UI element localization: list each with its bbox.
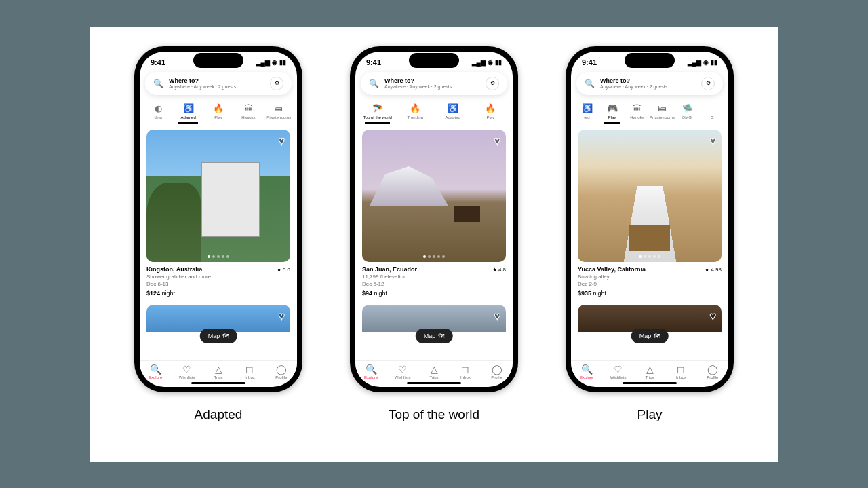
pagination-dot [442, 255, 445, 258]
listing-price: $935 night [578, 290, 722, 297]
tab-profile[interactable]: ◯Profile [266, 364, 297, 379]
category-tab[interactable]: 🛸OMG! [675, 100, 699, 124]
category-tab[interactable]: 🎮Play [600, 100, 624, 124]
search-subtitle: Anywhere · Any week · 2 guests [600, 84, 696, 89]
wishlist-heart-icon[interactable]: ♥ [710, 310, 717, 322]
tab-profile[interactable]: ◯Profile [481, 364, 513, 379]
category-tab[interactable]: 🪂Top of the world [359, 100, 396, 124]
category-tab[interactable]: 🔥Play [204, 100, 233, 124]
profile-icon: ◯ [707, 364, 718, 375]
tab-trips[interactable]: △Trips [634, 364, 665, 379]
image-pagination [423, 255, 445, 258]
listing-title: Yucca Valley, California [578, 266, 646, 273]
listing-card[interactable]: ♥San Juan, Ecuador★ 4.811,798 ft elevati… [362, 130, 506, 301]
category-tab[interactable]: 🛏Private rooms [264, 100, 293, 124]
phone-screen: 9:41▂▄▆ ◉ ▮▮🔍Where to?Anywhere · Any wee… [355, 52, 513, 387]
tab-trips[interactable]: △Trips [203, 364, 234, 379]
tab-wishlists[interactable]: ♡Wishlists [171, 364, 202, 379]
tab-profile[interactable]: ◯Profile [697, 364, 728, 379]
map-button[interactable]: Map 🗺 [416, 329, 453, 343]
category-tabs: ◐ding♿Adapted🔥Play🏛Hanoks🛏Private rooms [140, 100, 297, 124]
category-tab[interactable]: ♿Adapted [174, 100, 202, 124]
wishlist-heart-icon[interactable]: ♥ [494, 310, 501, 322]
map-button[interactable]: Map 🗺 [200, 329, 237, 343]
search-bar[interactable]: 🔍Where to?Anywhere · Any week · 2 guests… [145, 72, 292, 95]
map-label: Map [639, 333, 652, 339]
category-tab[interactable]: 🔥Trending [397, 100, 434, 124]
tab-trips[interactable]: △Trips [418, 364, 450, 379]
pagination-dot [644, 255, 646, 258]
tab-explore[interactable]: 🔍Explore [355, 364, 387, 379]
search-text: Where to?Anywhere · Any week · 2 guests [600, 77, 696, 89]
price-amount: $124 [146, 290, 160, 297]
wishlist-heart-icon[interactable]: ♥ [279, 135, 285, 147]
category-tab[interactable]: 🔥Play [473, 100, 509, 124]
filter-icon[interactable]: ⚙ [486, 77, 499, 90]
tab-explore[interactable]: 🔍Explore [140, 364, 171, 379]
listing-price: $124 night [146, 290, 290, 297]
pagination-dot [639, 255, 642, 258]
listing-image[interactable]: ♥ [362, 130, 506, 262]
wishlist-heart-icon[interactable]: ♥ [279, 310, 285, 322]
category-label: ted [584, 115, 589, 119]
search-bar[interactable]: 🔍Where to?Anywhere · Any week · 2 guests… [361, 72, 507, 95]
listing-image[interactable]: ♥ [146, 130, 290, 262]
search-text: Where to?Anywhere · Any week · 2 guests [169, 77, 264, 89]
explore-icon: 🔍 [150, 364, 161, 375]
phone-caption: Adapted [195, 407, 243, 422]
category-tab[interactable]: S [701, 100, 724, 124]
tab-explore[interactable]: 🔍Explore [571, 364, 602, 379]
phone-frame: 9:41▂▄▆ ◉ ▮▮🔍Where to?Anywhere · Any wee… [566, 46, 734, 392]
bottom-tab-bar: 🔍Explore♡Wishlists△Trips◻Inbox◯Profile [571, 360, 728, 381]
listing-card[interactable]: ♥Kingston, Australia★ 5.0Shower grab bar… [146, 130, 290, 301]
listing-rating: ★ 5.0 [277, 267, 290, 273]
listing-title: Kingston, Australia [146, 266, 202, 273]
tab-label: Explore [364, 375, 378, 379]
tab-inbox[interactable]: ◻Inbox [234, 364, 265, 379]
category-tab[interactable]: ♿ted [575, 100, 599, 124]
filter-icon[interactable]: ⚙ [270, 77, 283, 90]
category-tab[interactable]: 🏛Hanoks [625, 100, 649, 124]
map-button[interactable]: Map 🗺 [631, 329, 669, 343]
bottom-tab-bar: 🔍Explore♡Wishlists△Trips◻Inbox◯Profile [355, 360, 513, 381]
category-tab[interactable]: ♿Adapted [435, 100, 471, 124]
showcase-canvas: 9:41▂▄▆ ◉ ▮▮🔍Where to?Anywhere · Any wee… [90, 27, 778, 462]
bottom-tab-bar: 🔍Explore♡Wishlists△Trips◻Inbox◯Profile [140, 360, 297, 381]
wishlists-icon: ♡ [614, 364, 623, 375]
pagination-dot [212, 255, 215, 258]
pagination-dot [226, 255, 229, 258]
category-tab[interactable]: 🏛Hanoks [234, 100, 262, 124]
category-tab[interactable]: ◐ding [144, 100, 172, 124]
tab-label: Trips [429, 375, 438, 379]
tab-inbox[interactable]: ◻Inbox [665, 364, 696, 379]
search-text: Where to?Anywhere · Any week · 2 guests [384, 77, 480, 89]
status-time: 9:41 [582, 58, 597, 67]
battery-icon: ▮▮ [279, 59, 286, 66]
profile-icon: ◯ [276, 364, 287, 375]
status-time: 9:41 [366, 58, 381, 67]
phone-column: 9:41▂▄▆ ◉ ▮▮🔍Where to?Anywhere · Any wee… [549, 46, 751, 448]
listing-title: San Juan, Ecuador [362, 266, 417, 273]
search-title: Where to? [384, 77, 480, 84]
listing-info: Yucca Valley, California★ 4.98Bowling al… [578, 262, 722, 301]
dynamic-island [625, 53, 675, 68]
search-bar[interactable]: 🔍Where to?Anywhere · Any week · 2 guests… [576, 72, 723, 95]
tab-inbox[interactable]: ◻Inbox [450, 364, 481, 379]
tab-wishlists[interactable]: ♡Wishlists [387, 364, 418, 379]
pagination-dot [428, 255, 431, 258]
wishlist-heart-icon[interactable]: ♥ [494, 135, 501, 147]
wishlist-heart-icon[interactable]: ♥ [710, 135, 717, 147]
listing-image[interactable]: ♥ [578, 130, 722, 262]
status-icons: ▂▄▆ ◉ ▮▮ [256, 59, 286, 66]
listing-title-row: Kingston, Australia★ 5.0 [146, 266, 290, 273]
category-tab[interactable]: 🛏Private rooms [650, 100, 674, 124]
tab-wishlists[interactable]: ♡Wishlists [602, 364, 633, 379]
tab-label: Trips [645, 375, 654, 379]
home-indicator [623, 382, 677, 384]
category-label: Play [486, 115, 494, 119]
map-icon: 🗺 [438, 333, 444, 339]
filter-icon[interactable]: ⚙ [701, 77, 715, 90]
tab-label: Wishlists [395, 375, 411, 379]
listing-card[interactable]: ♥Yucca Valley, California★ 4.98Bowling a… [578, 130, 722, 301]
category-icon: 🔥 [213, 103, 224, 114]
